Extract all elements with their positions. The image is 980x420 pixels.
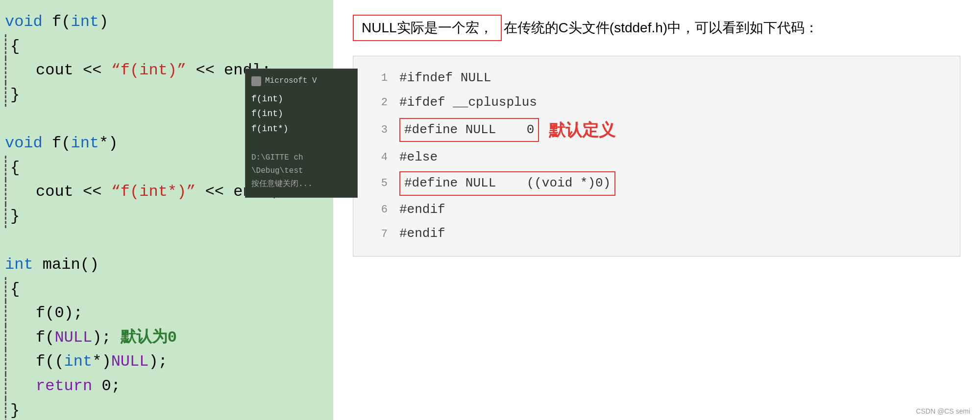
line-call-fcast: f((int*)NULL);	[5, 350, 328, 374]
kw-void-1: void	[5, 13, 52, 31]
null-keyword: NULL	[54, 328, 92, 347]
kw-void-2: void	[5, 134, 52, 152]
line-num-5: 5	[368, 175, 388, 192]
highlight-box-line3: #define NULL 0	[399, 118, 539, 142]
string-fintp: “f(int*)”	[111, 183, 196, 201]
line-int-main: int main()	[5, 253, 328, 277]
line-num-4: 4	[368, 149, 388, 166]
code-line-2: 2 #ifdef __cplusplus	[368, 91, 945, 115]
terminal-line-4	[251, 136, 351, 151]
terminal-icon	[251, 76, 261, 86]
terminal-header: Microsoft V	[251, 75, 351, 88]
line-num-6: 6	[368, 201, 388, 218]
code-text-4: #else	[399, 147, 438, 168]
cout-text-2: cout <<	[36, 183, 111, 201]
comment-default0: 默认为0	[121, 328, 177, 347]
footer-text: CSDN @CS semi	[916, 407, 970, 415]
cast-int: int	[64, 352, 93, 371]
explanation-text: 在传统的C头文件(stddef.h)中，可以看到如下代码：	[502, 19, 819, 37]
line-brace-open-1: {	[5, 34, 328, 59]
terminal-path-2: \Debug\test	[251, 164, 351, 178]
return-val: 0;	[92, 377, 121, 395]
brace-open-1: {	[10, 37, 20, 55]
default-label: 默认定义	[549, 117, 615, 143]
terminal-path-1: D:\GITTE ch	[251, 151, 351, 164]
line-brace-close-2: }	[5, 204, 328, 229]
terminal-content: f(int) f(int) f(int*) D:\GITTE ch \Debug…	[251, 92, 351, 191]
func-paren-close-1: )	[99, 13, 108, 31]
call-fcast-f: f((	[36, 352, 64, 371]
null-highlight-box: NULL实际是一个宏，	[353, 15, 502, 41]
line-num-2: 2	[368, 94, 388, 111]
code-text-1: #ifndef NULL	[399, 68, 491, 89]
code-text-2: #ifdef __cplusplus	[399, 93, 537, 113]
param-int-2: int	[71, 134, 99, 152]
explanation-row: NULL实际是一个宏， 在传统的C头文件(stddef.h)中，可以看到如下代码…	[353, 15, 960, 41]
code-line-6: 6 #endif	[368, 198, 945, 222]
string-fint: “f(int)”	[111, 61, 187, 79]
brace-close-1: }	[10, 86, 20, 104]
brace-close-3: }	[10, 401, 20, 420]
brace-open-3: {	[10, 280, 20, 298]
line-void-f-int: void f(int)	[5, 10, 328, 34]
call-fnull-end: );	[92, 328, 121, 347]
left-panel: void f(int) { cout << “f(int)” << endl; …	[0, 0, 333, 420]
line-num-1: 1	[368, 70, 388, 87]
code-panel: 1 #ifndef NULL 2 #ifdef __cplusplus 3 #d…	[353, 56, 960, 257]
line-num-7: 7	[368, 226, 388, 243]
code-text-6: #endif	[399, 200, 445, 220]
kw-return: return	[36, 377, 92, 395]
line-brace-close-3: }	[5, 398, 328, 420]
line-call-f0: f(0);	[5, 301, 328, 326]
cast-star: *)	[92, 352, 111, 371]
right-panel: NULL实际是一个宏， 在传统的C头文件(stddef.h)中，可以看到如下代码…	[333, 0, 980, 420]
code-line-3: 3 #define NULL 0 默认定义	[368, 115, 945, 145]
line-empty-2	[5, 228, 328, 253]
code-line-7: 7 #endif	[368, 222, 945, 246]
code-text-5: #define NULL ((void *)0)	[404, 176, 611, 190]
terminal-press: 按任意键关闭...	[251, 178, 351, 191]
call-fnull-f: f(	[36, 328, 54, 347]
func-name-2: f(	[52, 134, 71, 152]
terminal-overlay: Microsoft V f(int) f(int) f(int*) D:\GIT…	[245, 69, 358, 198]
terminal-line-2: f(int)	[251, 106, 351, 121]
param-int-1: int	[71, 13, 99, 31]
line-return: return 0;	[5, 374, 328, 398]
line-call-fnull: f(NULL); 默认为0	[5, 326, 328, 350]
code-line-1: 1 #ifndef NULL	[368, 66, 945, 91]
kw-int-main: int	[5, 256, 43, 274]
brace-open-2: {	[10, 159, 20, 177]
line-num-3: 3	[368, 121, 388, 139]
cast-close: );	[148, 352, 167, 371]
terminal-line-3: f(int*)	[251, 121, 351, 137]
code-line-4: 4 #else	[368, 145, 945, 170]
terminal-title: Microsoft V	[265, 75, 317, 88]
code-text-7: #endif	[399, 224, 445, 244]
brace-close-2: }	[10, 207, 20, 225]
code-line-5: 5 #define NULL ((void *)0)	[368, 169, 945, 198]
func-main: main()	[43, 256, 99, 274]
line-brace-open-3: {	[5, 277, 328, 302]
func-name-1: f(	[52, 13, 71, 31]
cout-text-1: cout <<	[36, 61, 111, 79]
code-text-3: #define NULL 0	[404, 122, 534, 137]
func-paren-close-2: *)	[99, 134, 118, 152]
cast-null: NULL	[111, 352, 149, 371]
call-f0: f(0);	[36, 304, 83, 322]
terminal-line-1: f(int)	[251, 92, 351, 107]
highlight-box-line5: #define NULL ((void *)0)	[399, 171, 615, 196]
